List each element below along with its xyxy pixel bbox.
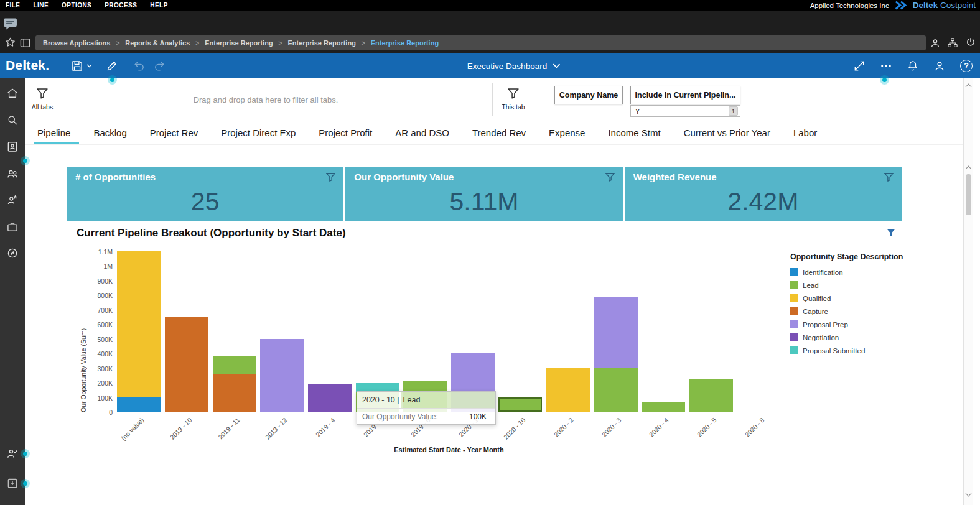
legend-item-qualified[interactable]: Qualified <box>790 292 924 305</box>
bar-segment-2019-11-capture[interactable] <box>213 374 256 412</box>
tab-labor[interactable]: Labor <box>791 122 819 144</box>
menu-item-options[interactable]: OPTIONS <box>62 2 91 9</box>
tooltip-stage-highlight: Lead <box>401 392 495 408</box>
scroll-up-icon[interactable] <box>966 166 972 172</box>
y-tick-label: 500K <box>97 336 113 343</box>
person-check-icon[interactable] <box>6 447 19 462</box>
menu-item-file[interactable]: FILE <box>6 2 20 9</box>
breadcrumb-current[interactable]: Enterprise Reporting <box>371 39 439 47</box>
legend-item-lead[interactable]: Lead <box>790 279 924 292</box>
kpi-filter-funnel-icon[interactable] <box>884 172 894 182</box>
person-star-icon[interactable] <box>6 194 19 209</box>
tooltip-category: 2020 - 10 | <box>357 392 401 408</box>
breadcrumb-item[interactable]: Enterprise Reporting <box>287 39 355 47</box>
save-caret-down-icon[interactable] <box>86 64 92 68</box>
tab-pipeline[interactable]: Pipeline <box>35 122 73 144</box>
guide-beacon[interactable] <box>108 75 117 85</box>
this-tab-filter[interactable]: This tab <box>500 88 527 111</box>
add-new-icon[interactable] <box>6 477 19 492</box>
tab-ar-and-dso[interactable]: AR and DSO <box>393 122 452 144</box>
breadcrumb-item[interactable]: Browse Applications <box>43 39 110 47</box>
x-tick-label: 2020 - 5 <box>668 416 717 465</box>
legend-item-capture[interactable]: Capture <box>790 305 924 318</box>
bar-segment-2020-3-lead[interactable] <box>594 368 638 412</box>
tab-project-profit[interactable]: Project Profit <box>316 122 375 144</box>
chart-filter-funnel-icon[interactable] <box>886 228 896 238</box>
guide-beacon[interactable] <box>880 75 889 85</box>
home-icon[interactable] <box>6 87 19 102</box>
search-icon[interactable] <box>6 114 19 129</box>
legend-item-negotiation[interactable]: Negotiation <box>790 331 924 344</box>
power-icon[interactable] <box>965 37 976 48</box>
guide-beacon[interactable] <box>21 156 30 165</box>
funnel-icon <box>36 88 49 100</box>
legend-label: Proposal Prep <box>803 321 848 328</box>
filter-chip-include-in-current-pipeline[interactable]: Include in Current Pipelin... <box>630 86 740 104</box>
briefcase-icon[interactable] <box>6 221 19 236</box>
tab-expense[interactable]: Expense <box>546 122 587 144</box>
filter-drop-zone[interactable]: Drag and drop data here to filter all ta… <box>62 87 469 112</box>
help-icon[interactable]: ? <box>960 60 973 72</box>
bar-segment-2020-4-lead[interactable] <box>642 402 685 412</box>
favorites-star-icon[interactable] <box>5 37 16 48</box>
tab-current-vs-prior-year[interactable]: Current vs Prior Year <box>681 122 773 144</box>
compass-icon[interactable] <box>6 247 19 262</box>
drop-hint-text: Drag and drop data here to filter all ta… <box>194 95 338 104</box>
undo-icon[interactable] <box>133 60 146 72</box>
user-icon[interactable] <box>930 37 941 49</box>
chat-icon[interactable] <box>3 17 17 30</box>
bar-segment-no-value-identification[interactable] <box>117 397 161 412</box>
left-sidebar <box>0 78 25 505</box>
tab-trended-rev[interactable]: Trended Rev <box>470 122 528 144</box>
breadcrumb-item[interactable]: Enterprise Reporting <box>205 39 273 47</box>
edit-pencil-icon[interactable] <box>106 60 118 72</box>
legend-item-proposal-submitted[interactable]: Proposal Submitted <box>790 344 924 357</box>
bar-segment-2020-2-qualified[interactable] <box>546 368 590 412</box>
more-options-icon[interactable] <box>880 60 892 72</box>
guide-beacon[interactable] <box>21 479 30 488</box>
bar-segment-2019-12-proposal-prep[interactable] <box>260 339 304 412</box>
menu-items: FILELINEOPTIONSPROCESSHELP <box>0 2 168 9</box>
guide-beacon[interactable] <box>21 449 30 458</box>
kpi-filter-funnel-icon[interactable] <box>605 172 615 182</box>
notifications-bell-icon[interactable] <box>907 60 919 72</box>
kpi-value: 25 <box>67 184 343 220</box>
kpi-filter-funnel-icon[interactable] <box>325 172 336 182</box>
scroll-up-icon[interactable] <box>966 84 972 90</box>
bar-segment-no-value-qualified[interactable] <box>117 251 161 397</box>
vertical-scrollbar[interactable] <box>963 78 973 505</box>
tab-project-rev[interactable]: Project Rev <box>147 122 201 144</box>
profile-icon[interactable] <box>933 60 946 72</box>
menu-item-help[interactable]: HELP <box>150 2 167 9</box>
legend-item-proposal-prep[interactable]: Proposal Prep <box>790 318 924 331</box>
menu-item-process[interactable]: PROCESS <box>105 2 137 9</box>
scrollbar-thumb[interactable] <box>966 174 971 215</box>
layout-panel-icon[interactable] <box>20 38 30 48</box>
scroll-down-icon[interactable] <box>966 491 972 497</box>
dashboard-selector[interactable]: Executive Dashboard <box>467 53 560 78</box>
breadcrumb-item[interactable]: Reports & Analytics <box>125 39 190 47</box>
bar-segment-2020-3-proposal-prep[interactable] <box>594 297 638 368</box>
menu-item-line[interactable]: LINE <box>33 2 49 9</box>
tab-backlog[interactable]: Backlog <box>91 122 129 144</box>
legend-swatch <box>790 281 798 289</box>
tab-income-stmt[interactable]: Income Stmt <box>605 122 663 144</box>
tab-project-direct-exp[interactable]: Project Direct Exp <box>218 122 298 144</box>
bar-segment-2019-4-negotiation[interactable] <box>308 384 352 412</box>
bar-segment-2019-11-lead[interactable] <box>213 356 256 374</box>
kpi-card-our-opportunity-value: Our Opportunity Value5.11M <box>345 167 622 221</box>
all-tabs-filter[interactable]: All tabs <box>29 88 56 111</box>
people-icon[interactable] <box>6 167 19 182</box>
legend-item-identification[interactable]: Identification <box>790 266 924 279</box>
bar-segment-2020-5-lead[interactable] <box>689 379 733 412</box>
save-icon[interactable] <box>71 60 83 72</box>
bar-segment-2020-10-lead[interactable] <box>498 397 542 412</box>
legend-label: Qualified <box>803 295 831 302</box>
fullscreen-icon[interactable] <box>853 60 866 72</box>
bar-segment-2019-10-capture[interactable] <box>165 317 208 412</box>
employee-badge-icon[interactable] <box>6 141 19 155</box>
redo-icon[interactable] <box>153 60 166 72</box>
filter-chip-company-name[interactable]: Company Name <box>554 86 623 104</box>
filter-pipeline-value[interactable]: Y 1 <box>630 105 740 117</box>
org-chart-icon[interactable] <box>947 37 958 49</box>
